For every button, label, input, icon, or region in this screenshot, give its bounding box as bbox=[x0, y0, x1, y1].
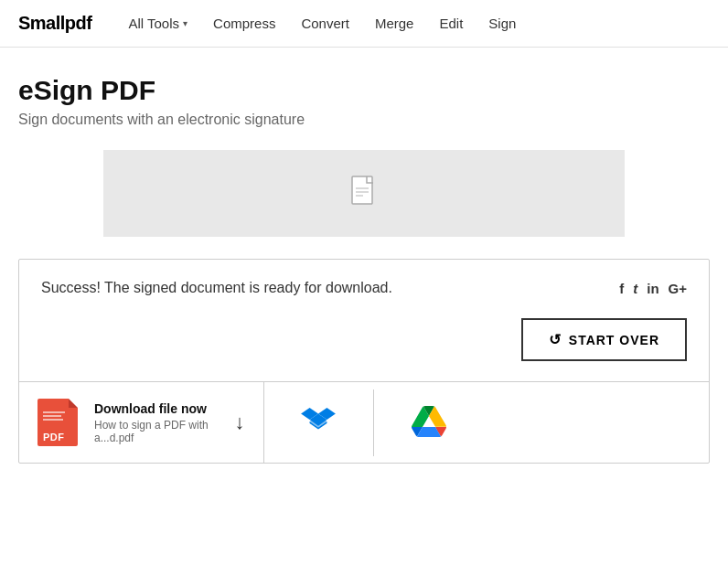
main-content: eSign PDF Sign documents with an electro… bbox=[0, 48, 728, 482]
dropbox-section[interactable] bbox=[264, 389, 374, 456]
empty-section bbox=[484, 406, 710, 439]
nav-convert[interactable]: Convert bbox=[301, 16, 349, 31]
nav-edit-label: Edit bbox=[439, 16, 463, 31]
logo[interactable]: Smallpdf bbox=[18, 13, 91, 34]
success-header: Success! The signed document is ready fo… bbox=[19, 260, 709, 311]
success-message: Success! The signed document is ready fo… bbox=[41, 280, 392, 296]
start-over-label: START OVER bbox=[569, 333, 659, 347]
nav-merge[interactable]: Merge bbox=[375, 16, 414, 31]
social-icons: f t in G+ bbox=[619, 281, 687, 296]
pdf-icon: PDF bbox=[37, 399, 81, 446]
page-title: eSign PDF bbox=[18, 75, 710, 106]
nav-all-tools-label: All Tools bbox=[128, 16, 179, 31]
download-row: PDF Download file now How to sign a PDF … bbox=[19, 381, 709, 463]
page-subtitle: Sign documents with an electronic signat… bbox=[18, 112, 710, 128]
download-section[interactable]: PDF Download file now How to sign a PDF … bbox=[19, 382, 264, 463]
twitter-icon[interactable]: t bbox=[633, 281, 637, 296]
nav-sign[interactable]: Sign bbox=[488, 16, 516, 31]
nav-merge-label: Merge bbox=[375, 16, 414, 31]
google-drive-section[interactable] bbox=[374, 389, 484, 456]
start-over-row: ↺ START OVER bbox=[19, 311, 709, 381]
google-drive-icon bbox=[412, 406, 446, 440]
nav-all-tools[interactable]: All Tools ▾ bbox=[128, 16, 187, 31]
facebook-icon[interactable]: f bbox=[619, 281, 624, 296]
nav-convert-label: Convert bbox=[301, 16, 349, 31]
success-card: Success! The signed document is ready fo… bbox=[18, 259, 710, 464]
svg-rect-0 bbox=[352, 176, 372, 204]
nav-compress[interactable]: Compress bbox=[213, 16, 275, 31]
nav-compress-label: Compress bbox=[213, 16, 275, 31]
chevron-down-icon: ▾ bbox=[183, 18, 187, 28]
nav-edit[interactable]: Edit bbox=[439, 16, 463, 31]
file-icon bbox=[351, 176, 377, 211]
download-hint: How to sign a PDF with a...d.pdf bbox=[94, 419, 224, 444]
download-title: Download file now bbox=[94, 401, 224, 416]
upload-area[interactable] bbox=[103, 150, 625, 237]
download-arrow-icon[interactable]: ↓ bbox=[235, 411, 245, 434]
nav-sign-label: Sign bbox=[488, 16, 516, 31]
header: Smallpdf All Tools ▾ Compress Convert Me… bbox=[0, 0, 728, 48]
download-info: Download file now How to sign a PDF with… bbox=[94, 401, 224, 444]
start-over-button[interactable]: ↺ START OVER bbox=[521, 318, 687, 361]
googleplus-icon[interactable]: G+ bbox=[669, 281, 687, 296]
refresh-icon: ↺ bbox=[549, 331, 562, 348]
dropbox-icon bbox=[301, 406, 336, 440]
nav: All Tools ▾ Compress Convert Merge Edit … bbox=[128, 16, 516, 31]
linkedin-icon[interactable]: in bbox=[647, 281, 658, 296]
